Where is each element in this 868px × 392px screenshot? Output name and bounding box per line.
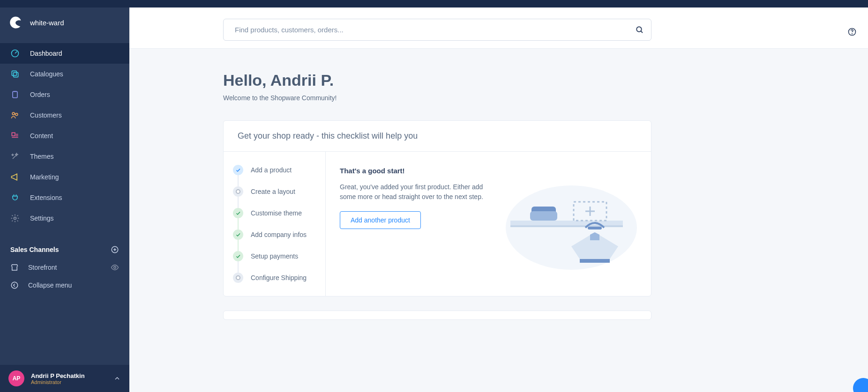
- nav-label: Catalogues: [30, 70, 63, 78]
- user-name: Andrii P Pechatkin: [31, 372, 85, 379]
- avatar: AP: [8, 370, 24, 386]
- brand-block[interactable]: white-ward: [0, 7, 129, 37]
- users-icon: [10, 111, 20, 120]
- collapse-menu-button[interactable]: Collapse menu: [0, 276, 129, 294]
- nav-label: Content: [30, 132, 53, 140]
- step-indicator-done: [233, 251, 243, 261]
- nav-item-customers[interactable]: Customers: [0, 105, 129, 126]
- checklist-label: Configure Shipping: [251, 274, 307, 281]
- section-label-text: Sales Channels: [10, 246, 59, 253]
- svg-rect-24: [530, 211, 557, 221]
- floating-action-button[interactable]: [853, 378, 868, 392]
- checklist-item-add-product[interactable]: Add a product: [233, 165, 316, 175]
- svg-line-17: [641, 31, 643, 33]
- greeting-title: Hello, Andrii P.: [223, 71, 651, 89]
- channel-item-storefront[interactable]: Storefront: [0, 259, 129, 276]
- sidebar: white-ward Dashboard Catalogues Orders: [0, 7, 129, 392]
- nav-item-extensions[interactable]: Extensions: [0, 187, 129, 208]
- nav-label: Extensions: [30, 194, 62, 201]
- sales-channels-header: Sales Channels: [0, 238, 129, 259]
- nav-item-content[interactable]: Content: [0, 126, 129, 146]
- nav-label: Marketing: [30, 173, 59, 181]
- detail-body: Great, you've added your first product. …: [340, 182, 490, 202]
- nav-item-dashboard[interactable]: Dashboard: [0, 43, 129, 64]
- svg-rect-3: [13, 91, 17, 97]
- svg-point-15: [11, 282, 18, 288]
- plug-icon: [10, 193, 20, 202]
- main-nav: Dashboard Catalogues Orders Customers: [0, 37, 129, 229]
- add-another-product-button[interactable]: Add another product: [340, 211, 421, 229]
- svg-rect-28: [588, 227, 602, 229]
- svg-point-5: [15, 113, 18, 116]
- nav-item-settings[interactable]: Settings: [0, 208, 129, 229]
- svg-point-16: [636, 27, 642, 32]
- checklist-detail: That's a good start! Great, you've added…: [326, 152, 651, 296]
- checklist-item-customise-theme[interactable]: Customise theme: [233, 208, 316, 218]
- nav-label: Orders: [30, 91, 50, 98]
- brand-label: white-ward: [30, 19, 64, 27]
- gear-icon: [10, 214, 20, 223]
- layout-icon: [10, 131, 20, 141]
- eye-icon[interactable]: [111, 263, 119, 272]
- step-indicator-done: [233, 208, 243, 218]
- svg-rect-29: [580, 259, 610, 263]
- checklist-card: Get your shop ready - this checklist wil…: [223, 120, 651, 296]
- svg-rect-6: [12, 133, 15, 136]
- svg-rect-22: [510, 225, 623, 227]
- add-channel-button[interactable]: [111, 245, 119, 254]
- checklist-label: Add company infos: [251, 231, 307, 238]
- detail-title: That's a good start!: [340, 167, 490, 175]
- storefront-icon: [10, 263, 19, 272]
- nav-item-catalogues[interactable]: Catalogues: [0, 64, 129, 84]
- svg-point-10: [14, 217, 16, 220]
- step-indicator-pending: [233, 186, 243, 197]
- svg-point-20: [506, 185, 637, 270]
- main-content: Hello, Andrii P. Welcome to the Shopware…: [129, 7, 868, 392]
- checklist-item-configure-shipping[interactable]: Configure Shipping: [233, 273, 316, 283]
- svg-point-14: [114, 266, 116, 269]
- collapse-icon: [10, 281, 19, 289]
- nav-item-orders[interactable]: Orders: [0, 84, 129, 105]
- nav-label: Customers: [30, 111, 62, 119]
- nav-label: Settings: [30, 214, 54, 222]
- nav-item-marketing[interactable]: Marketing: [0, 167, 129, 187]
- step-indicator-pending: [233, 273, 243, 283]
- search-button[interactable]: [636, 26, 644, 34]
- collapse-label: Collapse menu: [28, 281, 72, 289]
- svg-rect-2: [12, 71, 16, 75]
- nav-label: Themes: [30, 153, 54, 160]
- welcome-text: Welcome to the Shopware Community!: [223, 94, 651, 102]
- checklist-label: Setup payments: [251, 252, 298, 260]
- search-icon: [636, 26, 644, 34]
- svg-point-19: [852, 34, 853, 34]
- checklist: Add a product Create a layout: [224, 152, 326, 296]
- svg-point-4: [12, 112, 15, 115]
- user-role: Administrator: [31, 379, 85, 385]
- checklist-label: Add a product: [251, 166, 292, 174]
- shopware-logo-icon: [9, 16, 22, 29]
- checklist-item-company-infos[interactable]: Add company infos: [233, 229, 316, 240]
- checklist-label: Customise theme: [251, 209, 302, 217]
- search-input[interactable]: [223, 19, 651, 41]
- checklist-item-create-layout[interactable]: Create a layout: [233, 186, 316, 197]
- chevron-up-icon: [113, 375, 121, 382]
- gauge-icon: [10, 49, 20, 58]
- checklist-card-header: Get your shop ready - this checklist wil…: [224, 121, 651, 152]
- help-icon: [847, 27, 857, 37]
- search-bar-region: [129, 7, 868, 49]
- checklist-label: Create a layout: [251, 188, 295, 195]
- user-menu[interactable]: AP Andrii P Pechatkin Administrator: [0, 365, 129, 392]
- top-bar: [0, 0, 868, 7]
- step-indicator-done: [233, 229, 243, 240]
- clipboard-icon: [10, 90, 20, 99]
- help-button[interactable]: [847, 27, 857, 37]
- channel-label: Storefront: [28, 264, 57, 271]
- step-indicator-active: [233, 165, 243, 175]
- svg-rect-1: [14, 73, 18, 77]
- next-card-peek: [223, 311, 651, 320]
- checklist-item-setup-payments[interactable]: Setup payments: [233, 251, 316, 261]
- nav-item-themes[interactable]: Themes: [0, 146, 129, 167]
- shop-illustration: [496, 167, 637, 270]
- copy-icon: [10, 69, 20, 79]
- megaphone-icon: [10, 172, 20, 182]
